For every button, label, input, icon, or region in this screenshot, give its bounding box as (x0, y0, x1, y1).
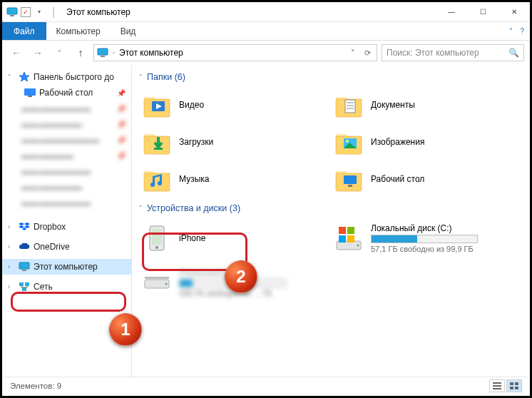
device-label: Локальный диск (C:) (371, 223, 520, 233)
window-title: Этот компьютер (66, 7, 131, 17)
address-dropdown-icon[interactable]: ˅ (347, 49, 359, 58)
svg-rect-6 (28, 96, 32, 97)
desktop-icon (24, 87, 36, 98)
tree-quick-access[interactable]: ˅ Панель быстрого до (2, 69, 131, 85)
device-item[interactable]: Локальный диск (C:) 57,1 ГБ свободно из … (331, 218, 523, 259)
network-icon (18, 281, 31, 292)
nav-recent-button[interactable]: ˅ (51, 44, 68, 61)
ribbon-tab-view[interactable]: Вид (111, 22, 146, 40)
svg-rect-22 (344, 175, 357, 184)
address-bar-row: ← → ˅ ↑ › Этот компьютер ˅ ⟳ Поиск: Этот… (2, 41, 530, 65)
folder-item[interactable]: Рабочий стол (331, 160, 523, 198)
chevron-down-icon[interactable]: ˅ (139, 73, 143, 81)
tree-onedrive[interactable]: › OneDrive (2, 239, 131, 255)
folder-label: Видео (179, 100, 204, 110)
folder-item[interactable]: Изображения (331, 123, 523, 160)
folder-item[interactable]: Музыка (139, 160, 331, 198)
svg-rect-14 (345, 100, 355, 113)
tree-desktop[interactable]: Рабочий стол 📌 (2, 85, 131, 101)
monitor-icon (97, 47, 108, 58)
device-item[interactable]: iPhone (139, 218, 331, 259)
app-icon (6, 6, 18, 18)
nav-up-button[interactable]: ↑ (72, 44, 89, 61)
svg-rect-3 (101, 56, 105, 57)
breadcrumb-location[interactable]: Этот компьютер (119, 48, 183, 58)
svg-rect-8 (22, 270, 26, 271)
tree-blurred-item[interactable]: ▬▬▬▬▬▬▬▬ (2, 195, 131, 210)
group-devices-header[interactable]: ˅ Устройства и диски (3) (139, 200, 523, 218)
device-icon (142, 223, 172, 253)
device-label: iPhone (179, 233, 328, 243)
chevron-right-icon[interactable]: › (8, 243, 15, 250)
search-input[interactable]: Поиск: Этот компьютер 🔍 (382, 44, 524, 61)
svg-rect-23 (348, 185, 352, 187)
close-button[interactable]: ✕ (498, 2, 530, 22)
svg-rect-10 (25, 282, 29, 286)
storage-subtext: 196 ГБ свободно из … ГБ (179, 289, 328, 297)
svg-rect-11 (22, 287, 26, 291)
group-folders-header[interactable]: ˅ Папки (6) (139, 69, 523, 86)
qat-dropdown-icon[interactable]: ▾ (34, 6, 45, 18)
tree-blurred-item[interactable]: ▬▬▬▬▬▬▬▬▬📌 (2, 132, 131, 148)
search-placeholder: Поиск: Этот компьютер (387, 48, 479, 58)
titlebar: ✓ ▾ | Этот компьютер — ☐ ✕ (2, 2, 530, 22)
chevron-down-icon[interactable]: ˅ (139, 205, 143, 212)
chevron-right-icon[interactable]: › (8, 283, 15, 290)
svg-rect-18 (154, 148, 163, 150)
svg-rect-30 (347, 227, 354, 234)
minimize-button[interactable]: — (436, 2, 467, 22)
svg-rect-2 (98, 49, 108, 55)
qat-save-icon[interactable]: ✓ (21, 7, 31, 17)
annotation-badge-2: 2 (225, 260, 257, 293)
tree-blurred-item[interactable]: ▬▬▬▬▬▬▬▬📌 (2, 101, 131, 116)
folder-label: Документы (371, 100, 415, 110)
folder-label: Рабочий стол (371, 174, 424, 184)
svg-rect-37 (493, 385, 501, 387)
address-refresh-icon[interactable]: ⟳ (361, 49, 374, 58)
address-box[interactable]: › Этот компьютер ˅ ⟳ (93, 44, 377, 61)
maximize-button[interactable]: ☐ (467, 2, 498, 22)
svg-point-26 (155, 246, 158, 249)
folder-item[interactable]: Загрузки (139, 123, 331, 160)
view-icons-button[interactable] (506, 379, 522, 392)
tree-this-pc[interactable]: › Этот компьютер (2, 259, 131, 275)
tree-blurred-item[interactable]: ▬▬▬▬▬▬📌 (2, 148, 131, 163)
chevron-right-icon[interactable]: › (8, 223, 15, 230)
nav-forward-button[interactable]: → (29, 44, 46, 61)
svg-rect-0 (7, 8, 17, 14)
tree-blurred-item[interactable]: ▬▬▬▬▬▬▬▬ (2, 163, 131, 179)
folder-item[interactable]: Видео (139, 86, 331, 123)
tree-blurred-item[interactable]: ▬▬▬▬▬▬▬ (2, 179, 131, 195)
ribbon-expand-icon[interactable]: ˅ (509, 27, 513, 35)
folder-icon (334, 90, 364, 120)
tree-blurred-item[interactable]: ▬▬▬▬▬▬▬📌 (2, 116, 131, 132)
svg-point-28 (357, 245, 359, 247)
content-pane[interactable]: ˅ Папки (6) Видео Документы Загрузки Изо… (132, 65, 530, 379)
chevron-right-icon[interactable]: › (8, 263, 15, 270)
svg-rect-1 (10, 15, 14, 16)
breadcrumb-sep-icon: › (113, 49, 115, 56)
svg-rect-32 (347, 235, 354, 243)
ribbon: Файл Компьютер Вид ˅ ? (2, 22, 530, 41)
folder-icon (142, 164, 172, 194)
svg-rect-5 (24, 88, 36, 96)
nav-back-button[interactable]: ← (8, 44, 25, 61)
svg-rect-38 (493, 388, 501, 389)
tree-network[interactable]: › Сеть (2, 279, 131, 295)
folder-item[interactable]: Документы (331, 86, 523, 123)
ribbon-file-tab[interactable]: Файл (2, 22, 46, 40)
svg-rect-31 (339, 235, 346, 243)
ribbon-tab-computer[interactable]: Компьютер (46, 22, 111, 40)
storage-bar (371, 235, 478, 243)
svg-point-20 (346, 140, 349, 143)
folder-label: Изображения (371, 137, 424, 147)
view-details-button[interactable] (489, 379, 505, 392)
chevron-down-icon[interactable]: ˅ (8, 73, 15, 81)
folder-icon (142, 127, 172, 157)
folder-label: Музыка (179, 174, 209, 184)
tree-dropbox[interactable]: › Dropbox (2, 219, 131, 235)
qat-sep-icon: | (48, 6, 59, 18)
ribbon-help-icon[interactable]: ? (520, 27, 524, 35)
svg-rect-42 (515, 387, 518, 389)
svg-rect-7 (19, 262, 29, 269)
